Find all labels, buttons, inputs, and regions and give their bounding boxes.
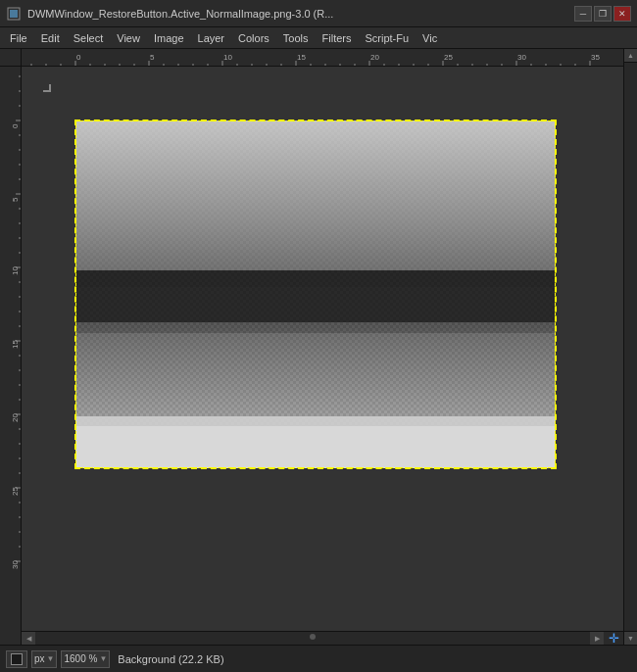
viewport-row: ◀ ▶ ✛ ▲ ▼ (0, 49, 637, 645)
scroll-down-button[interactable]: ▼ (624, 631, 637, 645)
menu-bar: FileEditSelectViewImageLayerColorsToolsF… (0, 27, 637, 49)
zoom-box-inner (11, 653, 23, 665)
bottom-scrollbar-row: ◀ ▶ ✛ (22, 631, 623, 645)
left-ruler-column (0, 49, 22, 645)
inner-white-rect (79, 124, 552, 464)
unit-value: px (34, 653, 45, 664)
menu-item-colors[interactable]: Colors (232, 30, 275, 46)
menu-item-select[interactable]: Select (68, 30, 110, 46)
center-column: ◀ ▶ ✛ (22, 49, 623, 645)
horizontal-scroll-track[interactable] (35, 632, 590, 645)
scroll-up-button[interactable]: ▲ (624, 49, 637, 63)
svg-rect-1 (10, 10, 18, 18)
menu-item-layer[interactable]: Layer (192, 30, 231, 46)
horizontal-scroll-thumb[interactable] (310, 634, 316, 640)
horizontal-ruler-canvas (22, 49, 623, 67)
window-controls: ─ ❐ ✕ (574, 6, 631, 22)
zoom-dropdown-arrow: ▼ (99, 654, 107, 663)
close-button[interactable]: ✕ (613, 6, 631, 22)
content-area: ◀ ▶ ✛ ▲ ▼ (0, 49, 637, 645)
ruler-corner (0, 49, 22, 67)
menu-item-filters[interactable]: Filters (317, 30, 358, 46)
scroll-left-button[interactable]: ◀ (22, 632, 35, 645)
app-icon (6, 6, 22, 22)
restore-button[interactable]: ❐ (594, 6, 612, 22)
window-title: DWMWindow_RestoreButton.Active_NormalIma… (27, 8, 574, 20)
menu-item-vic[interactable]: Vic (416, 30, 443, 46)
status-bar: px ▼ 1600 % ▼ Background (22.2 KB) (0, 645, 637, 672)
right-scrollbar-column: ▲ ▼ (623, 49, 637, 645)
menu-item-view[interactable]: View (111, 30, 146, 46)
ruler-origin-indicator (43, 84, 51, 92)
menu-item-file[interactable]: File (4, 30, 33, 46)
expand-button[interactable]: ✛ (604, 632, 623, 645)
status-info: Background (22.2 KB) (118, 653, 223, 665)
canvas-image-container (75, 120, 556, 468)
title-bar: DWMWindow_RestoreButton.Active_NormalIma… (0, 0, 637, 27)
canvas-scroll-area[interactable] (22, 67, 623, 631)
vertical-scroll-track[interactable] (624, 63, 637, 631)
minimize-button[interactable]: ─ (574, 6, 592, 22)
zoom-box-button[interactable] (6, 650, 27, 668)
zoom-value: 1600 % (64, 653, 97, 664)
zoom-selector[interactable]: 1600 % ▼ (61, 650, 110, 668)
menu-item-image[interactable]: Image (148, 30, 190, 46)
application-window: DWMWindow_RestoreButton.Active_NormalIma… (0, 0, 637, 672)
menu-item-scriptfu[interactable]: Script-Fu (359, 30, 415, 46)
menu-item-edit[interactable]: Edit (35, 30, 66, 46)
scroll-right-button[interactable]: ▶ (590, 632, 604, 645)
vertical-ruler-canvas (0, 67, 22, 645)
horizontal-ruler (22, 49, 623, 67)
vertical-ruler (0, 67, 22, 645)
unit-selector[interactable]: px ▼ (31, 650, 57, 668)
unit-dropdown-arrow: ▼ (47, 654, 55, 663)
menu-item-tools[interactable]: Tools (277, 30, 315, 46)
